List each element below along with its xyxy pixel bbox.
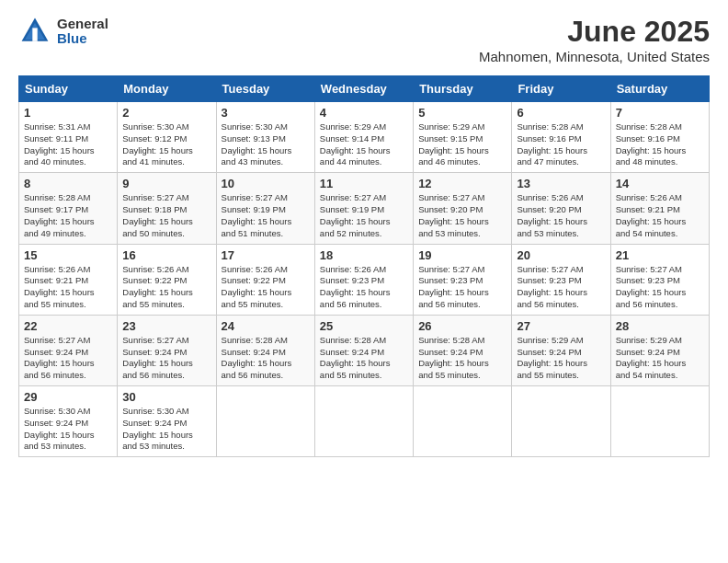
day-cell: 20 Sunrise: 5:27 AM Sunset: 9:23 PM Dayl… [512,244,610,315]
week-row-2: 8 Sunrise: 5:28 AM Sunset: 9:17 PM Dayli… [19,173,710,244]
daylight-label: Daylight: 15 hoursand 55 minutes. [418,358,489,380]
sunrise-label: Sunrise: 5:27 AM [24,335,90,345]
sunset-label: Sunset: 9:23 PM [418,275,483,285]
header-monday: Monday [118,76,216,102]
day-number: 9 [122,177,210,190]
daylight-label: Daylight: 15 hoursand 40 minutes. [24,145,95,167]
day-info: Sunrise: 5:30 AM Sunset: 9:13 PM Dayligh… [222,121,310,168]
day-info: Sunrise: 5:27 AM Sunset: 9:24 PM Dayligh… [24,335,112,382]
sunset-label: Sunset: 9:24 PM [24,347,88,357]
header-thursday: Thursday [414,76,512,102]
sunrise-label: Sunrise: 5:28 AM [616,121,682,132]
day-number: 3 [222,106,310,120]
day-cell: 12 Sunrise: 5:27 AM Sunset: 9:20 PM Dayl… [414,173,512,244]
day-info: Sunrise: 5:28 AM Sunset: 9:16 PM Dayligh… [517,121,605,168]
daylight-label: Daylight: 15 hoursand 54 minutes. [616,216,687,238]
day-cell [414,386,512,457]
sunrise-label: Sunrise: 5:27 AM [122,192,188,202]
logo-general-text: General [57,17,108,32]
sunrise-label: Sunrise: 5:28 AM [418,335,484,345]
sunset-label: Sunset: 9:24 PM [418,347,483,357]
day-cell: 14 Sunrise: 5:26 AM Sunset: 9:21 PM Dayl… [610,173,709,244]
day-info: Sunrise: 5:28 AM Sunset: 9:16 PM Dayligh… [616,121,704,168]
sunset-label: Sunset: 9:22 PM [122,275,187,285]
day-cell: 24 Sunrise: 5:28 AM Sunset: 9:24 PM Dayl… [216,315,314,385]
sunrise-label: Sunrise: 5:29 AM [418,121,484,132]
sunset-label: Sunset: 9:24 PM [517,347,581,357]
sunrise-label: Sunrise: 5:30 AM [222,121,288,132]
day-info: Sunrise: 5:27 AM Sunset: 9:20 PM Dayligh… [418,192,506,239]
day-info: Sunrise: 5:26 AM Sunset: 9:21 PM Dayligh… [616,192,704,239]
daylight-label: Daylight: 15 hoursand 50 minutes. [122,216,193,238]
day-cell: 1 Sunrise: 5:31 AM Sunset: 9:11 PM Dayli… [19,102,118,173]
day-number: 5 [418,106,506,120]
day-cell: 2 Sunrise: 5:30 AM Sunset: 9:12 PM Dayli… [118,102,216,173]
day-cell: 15 Sunrise: 5:26 AM Sunset: 9:21 PM Dayl… [19,244,118,315]
day-info: Sunrise: 5:29 AM Sunset: 9:14 PM Dayligh… [320,121,408,168]
day-cell [512,386,610,457]
day-number: 13 [517,177,605,190]
day-number: 12 [418,177,506,190]
weekday-header-row: Sunday Monday Tuesday Wednesday Thursday… [19,76,710,102]
sunrise-label: Sunrise: 5:29 AM [517,335,583,345]
location-title: Mahnomen, Minnesota, United States [479,49,710,64]
day-info: Sunrise: 5:27 AM Sunset: 9:23 PM Dayligh… [616,264,704,311]
day-number: 7 [616,106,704,120]
day-cell: 22 Sunrise: 5:27 AM Sunset: 9:24 PM Dayl… [19,315,118,385]
day-cell [610,386,709,457]
day-number: 26 [418,319,506,333]
daylight-label: Daylight: 15 hoursand 55 minutes. [517,358,587,380]
sunrise-label: Sunrise: 5:27 AM [517,264,583,274]
day-cell: 6 Sunrise: 5:28 AM Sunset: 9:16 PM Dayli… [512,102,610,173]
sunrise-label: Sunrise: 5:28 AM [222,335,288,345]
sunset-label: Sunset: 9:12 PM [122,133,187,144]
day-cell: 29 Sunrise: 5:30 AM Sunset: 9:24 PM Dayl… [19,386,118,457]
day-cell: 13 Sunrise: 5:26 AM Sunset: 9:20 PM Dayl… [512,173,610,244]
sunrise-label: Sunrise: 5:27 AM [418,264,484,274]
sunrise-label: Sunrise: 5:29 AM [616,335,682,345]
day-number: 15 [24,248,112,262]
day-info: Sunrise: 5:26 AM Sunset: 9:23 PM Dayligh… [320,264,408,311]
sunset-label: Sunset: 9:23 PM [616,275,680,285]
day-number: 29 [24,390,112,404]
daylight-label: Daylight: 15 hoursand 56 minutes. [517,287,587,309]
sunrise-label: Sunrise: 5:27 AM [616,264,682,274]
sunset-label: Sunset: 9:24 PM [122,347,187,357]
day-cell: 3 Sunrise: 5:30 AM Sunset: 9:13 PM Dayli… [216,102,314,173]
sunrise-label: Sunrise: 5:30 AM [122,121,188,132]
daylight-label: Daylight: 15 hoursand 56 minutes. [616,287,687,309]
day-number: 19 [418,248,506,262]
day-number: 16 [122,248,210,262]
day-info: Sunrise: 5:29 AM Sunset: 9:15 PM Dayligh… [418,121,506,168]
day-info: Sunrise: 5:26 AM Sunset: 9:22 PM Dayligh… [222,264,310,311]
header: General Blue June 2025 Mahnomen, Minneso… [18,15,710,64]
day-info: Sunrise: 5:27 AM Sunset: 9:23 PM Dayligh… [418,264,506,311]
sunrise-label: Sunrise: 5:30 AM [24,406,90,416]
sunset-label: Sunset: 9:24 PM [222,347,286,357]
daylight-label: Daylight: 15 hoursand 55 minutes. [320,358,391,380]
daylight-label: Daylight: 15 hoursand 56 minutes. [418,287,489,309]
day-info: Sunrise: 5:30 AM Sunset: 9:24 PM Dayligh… [122,406,210,453]
day-number: 11 [320,177,408,190]
day-info: Sunrise: 5:27 AM Sunset: 9:19 PM Dayligh… [222,192,310,239]
sunrise-label: Sunrise: 5:26 AM [320,264,386,274]
daylight-label: Daylight: 15 hoursand 56 minutes. [24,358,95,380]
day-number: 25 [320,319,408,333]
day-number: 24 [222,319,310,333]
sunset-label: Sunset: 9:23 PM [517,275,581,285]
logo: General Blue [18,15,108,48]
logo-icon [18,15,51,48]
title-block: June 2025 Mahnomen, Minnesota, United St… [479,15,710,64]
sunrise-label: Sunrise: 5:26 AM [222,264,288,274]
daylight-label: Daylight: 15 hoursand 56 minutes. [320,287,391,309]
day-info: Sunrise: 5:28 AM Sunset: 9:24 PM Dayligh… [222,335,310,382]
day-number: 4 [320,106,408,120]
sunrise-label: Sunrise: 5:27 AM [122,335,188,345]
svg-rect-2 [32,28,37,40]
day-number: 6 [517,106,605,120]
sunrise-label: Sunrise: 5:28 AM [24,192,90,202]
daylight-label: Daylight: 15 hoursand 53 minutes. [517,216,587,238]
day-info: Sunrise: 5:28 AM Sunset: 9:17 PM Dayligh… [24,192,112,239]
day-info: Sunrise: 5:30 AM Sunset: 9:12 PM Dayligh… [122,121,210,168]
day-number: 22 [24,319,112,333]
